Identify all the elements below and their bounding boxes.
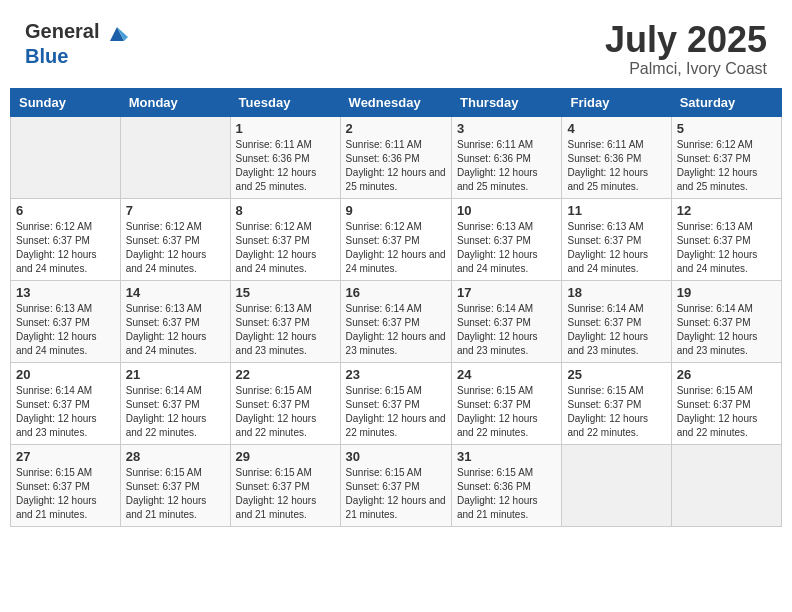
week-row-3: 13Sunrise: 6:13 AM Sunset: 6:37 PM Dayli… [11,280,782,362]
logo-text: General Blue [25,20,128,68]
calendar-cell: 4Sunrise: 6:11 AM Sunset: 6:36 PM Daylig… [562,116,671,198]
week-row-5: 27Sunrise: 6:15 AM Sunset: 6:37 PM Dayli… [11,444,782,526]
day-detail: Sunrise: 6:13 AM Sunset: 6:37 PM Dayligh… [126,302,225,358]
day-number: 29 [236,449,335,464]
day-number: 7 [126,203,225,218]
day-header-friday: Friday [562,88,671,116]
calendar-title: July 2025 [605,20,767,60]
day-number: 30 [346,449,446,464]
logo-general: General [25,24,128,41]
calendar-cell: 27Sunrise: 6:15 AM Sunset: 6:37 PM Dayli… [11,444,121,526]
calendar-cell [562,444,671,526]
day-detail: Sunrise: 6:15 AM Sunset: 6:37 PM Dayligh… [236,466,335,522]
calendar-cell: 22Sunrise: 6:15 AM Sunset: 6:37 PM Dayli… [230,362,340,444]
calendar-cell: 28Sunrise: 6:15 AM Sunset: 6:37 PM Dayli… [120,444,230,526]
calendar-cell: 31Sunrise: 6:15 AM Sunset: 6:36 PM Dayli… [452,444,562,526]
day-detail: Sunrise: 6:11 AM Sunset: 6:36 PM Dayligh… [236,138,335,194]
calendar-cell: 10Sunrise: 6:13 AM Sunset: 6:37 PM Dayli… [452,198,562,280]
day-number: 12 [677,203,776,218]
day-detail: Sunrise: 6:15 AM Sunset: 6:37 PM Dayligh… [346,384,446,440]
day-number: 17 [457,285,556,300]
calendar-cell: 12Sunrise: 6:13 AM Sunset: 6:37 PM Dayli… [671,198,781,280]
day-header-monday: Monday [120,88,230,116]
calendar-cell: 13Sunrise: 6:13 AM Sunset: 6:37 PM Dayli… [11,280,121,362]
calendar-cell: 1Sunrise: 6:11 AM Sunset: 6:36 PM Daylig… [230,116,340,198]
day-header-tuesday: Tuesday [230,88,340,116]
day-number: 2 [346,121,446,136]
calendar-table: SundayMondayTuesdayWednesdayThursdayFrid… [10,88,782,527]
day-detail: Sunrise: 6:15 AM Sunset: 6:37 PM Dayligh… [126,466,225,522]
day-detail: Sunrise: 6:15 AM Sunset: 6:37 PM Dayligh… [346,466,446,522]
page-header: General Blue July 2025 Palmci, Ivory Coa… [10,10,782,83]
day-detail: Sunrise: 6:14 AM Sunset: 6:37 PM Dayligh… [677,302,776,358]
calendar-cell: 23Sunrise: 6:15 AM Sunset: 6:37 PM Dayli… [340,362,451,444]
calendar-cell: 15Sunrise: 6:13 AM Sunset: 6:37 PM Dayli… [230,280,340,362]
day-number: 19 [677,285,776,300]
calendar-cell: 9Sunrise: 6:12 AM Sunset: 6:37 PM Daylig… [340,198,451,280]
day-number: 23 [346,367,446,382]
logo: General Blue [25,20,128,68]
day-detail: Sunrise: 6:15 AM Sunset: 6:37 PM Dayligh… [236,384,335,440]
day-detail: Sunrise: 6:13 AM Sunset: 6:37 PM Dayligh… [567,220,665,276]
calendar-cell: 3Sunrise: 6:11 AM Sunset: 6:36 PM Daylig… [452,116,562,198]
calendar-cell: 18Sunrise: 6:14 AM Sunset: 6:37 PM Dayli… [562,280,671,362]
day-number: 20 [16,367,115,382]
day-number: 9 [346,203,446,218]
day-detail: Sunrise: 6:12 AM Sunset: 6:37 PM Dayligh… [677,138,776,194]
calendar-cell: 20Sunrise: 6:14 AM Sunset: 6:37 PM Dayli… [11,362,121,444]
day-number: 16 [346,285,446,300]
day-number: 31 [457,449,556,464]
calendar-cell: 30Sunrise: 6:15 AM Sunset: 6:37 PM Dayli… [340,444,451,526]
day-detail: Sunrise: 6:11 AM Sunset: 6:36 PM Dayligh… [457,138,556,194]
day-detail: Sunrise: 6:15 AM Sunset: 6:36 PM Dayligh… [457,466,556,522]
day-detail: Sunrise: 6:14 AM Sunset: 6:37 PM Dayligh… [457,302,556,358]
day-number: 28 [126,449,225,464]
day-detail: Sunrise: 6:15 AM Sunset: 6:37 PM Dayligh… [457,384,556,440]
calendar-cell: 21Sunrise: 6:14 AM Sunset: 6:37 PM Dayli… [120,362,230,444]
week-row-1: 1Sunrise: 6:11 AM Sunset: 6:36 PM Daylig… [11,116,782,198]
day-header-wednesday: Wednesday [340,88,451,116]
calendar-header-row: SundayMondayTuesdayWednesdayThursdayFrid… [11,88,782,116]
day-detail: Sunrise: 6:14 AM Sunset: 6:37 PM Dayligh… [346,302,446,358]
day-detail: Sunrise: 6:13 AM Sunset: 6:37 PM Dayligh… [236,302,335,358]
day-number: 27 [16,449,115,464]
calendar-cell: 25Sunrise: 6:15 AM Sunset: 6:37 PM Dayli… [562,362,671,444]
week-row-4: 20Sunrise: 6:14 AM Sunset: 6:37 PM Dayli… [11,362,782,444]
day-detail: Sunrise: 6:15 AM Sunset: 6:37 PM Dayligh… [567,384,665,440]
calendar-cell [120,116,230,198]
day-detail: Sunrise: 6:12 AM Sunset: 6:37 PM Dayligh… [16,220,115,276]
calendar-cell [671,444,781,526]
day-number: 6 [16,203,115,218]
day-detail: Sunrise: 6:14 AM Sunset: 6:37 PM Dayligh… [16,384,115,440]
calendar-cell: 26Sunrise: 6:15 AM Sunset: 6:37 PM Dayli… [671,362,781,444]
day-number: 13 [16,285,115,300]
day-number: 8 [236,203,335,218]
day-header-thursday: Thursday [452,88,562,116]
calendar-cell: 24Sunrise: 6:15 AM Sunset: 6:37 PM Dayli… [452,362,562,444]
calendar-cell: 19Sunrise: 6:14 AM Sunset: 6:37 PM Dayli… [671,280,781,362]
calendar-cell: 7Sunrise: 6:12 AM Sunset: 6:37 PM Daylig… [120,198,230,280]
day-detail: Sunrise: 6:11 AM Sunset: 6:36 PM Dayligh… [346,138,446,194]
calendar-cell: 11Sunrise: 6:13 AM Sunset: 6:37 PM Dayli… [562,198,671,280]
day-number: 26 [677,367,776,382]
day-detail: Sunrise: 6:13 AM Sunset: 6:37 PM Dayligh… [677,220,776,276]
calendar-cell: 16Sunrise: 6:14 AM Sunset: 6:37 PM Dayli… [340,280,451,362]
day-number: 25 [567,367,665,382]
day-number: 18 [567,285,665,300]
day-number: 5 [677,121,776,136]
day-number: 21 [126,367,225,382]
calendar-cell: 6Sunrise: 6:12 AM Sunset: 6:37 PM Daylig… [11,198,121,280]
day-number: 22 [236,367,335,382]
day-header-saturday: Saturday [671,88,781,116]
day-number: 4 [567,121,665,136]
calendar-cell: 2Sunrise: 6:11 AM Sunset: 6:36 PM Daylig… [340,116,451,198]
day-detail: Sunrise: 6:13 AM Sunset: 6:37 PM Dayligh… [457,220,556,276]
calendar-cell: 5Sunrise: 6:12 AM Sunset: 6:37 PM Daylig… [671,116,781,198]
calendar-location: Palmci, Ivory Coast [605,60,767,78]
calendar-cell: 14Sunrise: 6:13 AM Sunset: 6:37 PM Dayli… [120,280,230,362]
day-detail: Sunrise: 6:14 AM Sunset: 6:37 PM Dayligh… [126,384,225,440]
calendar-cell: 29Sunrise: 6:15 AM Sunset: 6:37 PM Dayli… [230,444,340,526]
day-detail: Sunrise: 6:12 AM Sunset: 6:37 PM Dayligh… [126,220,225,276]
day-number: 15 [236,285,335,300]
day-number: 14 [126,285,225,300]
